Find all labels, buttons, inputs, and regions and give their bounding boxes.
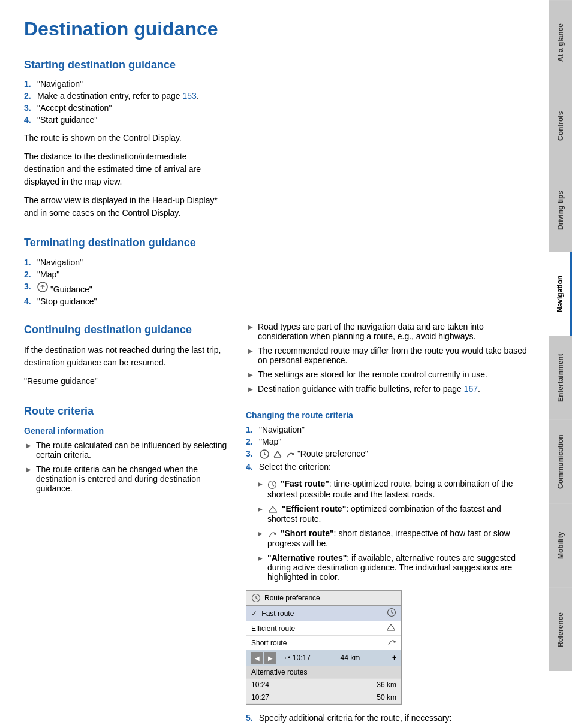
- starting-body1: The route is shown on the Control Displa…: [24, 132, 228, 144]
- starting-body3: The arrow view is displayed in the Head-…: [24, 194, 228, 219]
- sidebar-tab-controls[interactable]: Controls: [549, 84, 572, 168]
- bullet-arrow-icon: ▶: [26, 442, 31, 460]
- two-column-layout: Starting destination guidance 1. "Naviga…: [24, 58, 531, 728]
- criteria-list: ▶ "Fast route": time-optimized route, be…: [246, 479, 531, 582]
- step-num: 4.: [246, 462, 255, 472]
- step-num: 3.: [24, 103, 34, 113]
- changing-step-2: 2. "Map": [246, 437, 531, 446]
- page-link-153[interactable]: 153: [183, 91, 197, 101]
- right-route-criteria: ▶ Road types are part of the navigation …: [246, 322, 531, 394]
- step-num: 1.: [246, 425, 255, 434]
- step-num: 4.: [24, 115, 34, 125]
- route-pref-row-fast[interactable]: ✓ Fast route: [246, 606, 401, 621]
- route-pref-row-alt2[interactable]: 10:27 50 km: [246, 691, 401, 704]
- starting-step-3: 3. "Accept destination": [24, 103, 228, 113]
- bullet-arrow-icon: ▶: [258, 481, 263, 499]
- terminating-step-1: 1. "Navigation": [24, 258, 228, 267]
- route-pref-header: Route preference: [246, 591, 401, 606]
- sidebar-tab-driving-tips[interactable]: Driving tips: [549, 168, 572, 252]
- route-criteria-section: Route criteria General information ▶ The…: [24, 404, 228, 493]
- page-link-167[interactable]: 167: [464, 384, 478, 394]
- svg-line-2: [274, 451, 278, 457]
- nav-arrows: ◀ ▶: [251, 652, 276, 664]
- route-pref-header-label: Route preference: [264, 594, 320, 602]
- bullet-text: The route calculated can be influenced b…: [36, 440, 228, 460]
- terminating-step-4: 4. "Stop guidance": [24, 297, 228, 306]
- nav-arrow-right[interactable]: ▶: [264, 652, 276, 664]
- row-value: 36 km: [377, 681, 396, 689]
- svg-line-8: [273, 506, 277, 512]
- starting-body2: The distance to the destination/intermed…: [24, 150, 228, 188]
- step-num: 1.: [24, 258, 34, 267]
- criteria-alternative: ▶ "Alternative routes": if available, al…: [255, 553, 531, 582]
- route-pref-clock-icon: [259, 449, 270, 460]
- fast-route-icon: [267, 480, 277, 490]
- row-label: ✓ Fast route: [251, 609, 294, 618]
- bullet-arrow-icon: ▶: [26, 466, 31, 493]
- terminating-section: Terminating destination guidance 1. "Nav…: [24, 236, 228, 306]
- route-pref-row-efficient[interactable]: Efficient route: [246, 621, 401, 636]
- row-value: 44 km: [341, 654, 360, 662]
- starting-steps: 1. "Navigation" 2. Make a destination en…: [24, 79, 228, 125]
- general-info-bullets: ▶ The route calculated can be influenced…: [24, 440, 228, 493]
- sidebar: At a glance Controls Driving tips Naviga…: [549, 0, 572, 728]
- changing-step-3: 3.: [246, 449, 531, 460]
- efficient-route-icon: [267, 505, 278, 514]
- right-bullets: ▶ Road types are part of the navigation …: [246, 322, 531, 394]
- step-num: 2.: [24, 270, 34, 279]
- route-pref-row-short[interactable]: Short route: [246, 636, 401, 650]
- main-content: Destination guidance Starting destinatio…: [0, 0, 549, 728]
- bullet-arrow-icon: ▶: [248, 386, 253, 394]
- sidebar-tab-communication[interactable]: Communication: [549, 419, 572, 503]
- step-text: "Navigation": [37, 258, 83, 267]
- page-title: Destination guidance: [24, 18, 531, 40]
- bullet-arrow-icon: ▶: [248, 371, 253, 379]
- row-label: Short route: [251, 639, 287, 647]
- bullet-arrow-icon: ▶: [258, 555, 263, 582]
- checkmark-icon: ✓: [251, 609, 257, 618]
- step-num: 2.: [246, 437, 255, 446]
- sidebar-tab-navigation[interactable]: Navigation: [549, 252, 572, 336]
- bullet-arrow-icon: ▶: [248, 348, 253, 365]
- row-nav: ◀ ▶ →• 10:17: [251, 652, 311, 664]
- page-wrapper: Destination guidance Starting destinatio…: [0, 0, 572, 728]
- bullet-arrow-icon: ▶: [258, 506, 263, 524]
- starting-section: Starting destination guidance 1. "Naviga…: [24, 58, 228, 219]
- sidebar-tab-at-a-glance[interactable]: At a glance: [549, 0, 572, 84]
- svg-line-3: [278, 451, 281, 457]
- bullet-item: ▶ The route criteria can be changed when…: [24, 464, 228, 493]
- continuing-body1: If the destination was not reached durin…: [24, 344, 228, 369]
- svg-point-5: [292, 453, 294, 455]
- row-icon: [386, 623, 396, 633]
- bullet-text: The route criteria can be changed when t…: [36, 464, 228, 493]
- route-short-icon: [285, 449, 295, 459]
- nav-arrow-left[interactable]: ◀: [251, 652, 263, 664]
- efficient-row-icon: [386, 623, 396, 632]
- criteria-fast: ▶ "Fast route": time-optimized route, be…: [255, 479, 531, 499]
- route-efficient-icon: [272, 449, 284, 460]
- step-text: "Accept destination": [37, 103, 112, 113]
- plus-icon[interactable]: +: [392, 654, 396, 662]
- route-pref-row-nav: ◀ ▶ →• 10:17 44 km +: [246, 650, 401, 666]
- route-pref-row-alt1[interactable]: 10:24 36 km: [246, 679, 401, 691]
- bullet-item: ▶ Destination guidance with traffic bull…: [246, 384, 531, 394]
- step5: 5. Specify additional criteria for the r…: [246, 713, 531, 723]
- sidebar-tab-reference[interactable]: Reference: [549, 587, 572, 671]
- step-text: Make a destination entry, refer to page …: [37, 91, 199, 101]
- route-preference-box: Route preference ✓ Fast route: [246, 590, 402, 705]
- bullet-item: ▶ The recommended route may differ from …: [246, 346, 531, 365]
- sidebar-tab-mobility[interactable]: Mobility: [549, 503, 572, 587]
- step-text: "Navigation": [37, 79, 83, 89]
- changing-step-4: 4. Select the criterion:: [246, 462, 531, 472]
- row-label: 10:27: [251, 693, 269, 702]
- right-column: ▶ Road types are part of the navigation …: [246, 58, 531, 728]
- changing-step-1: 1. "Navigation": [246, 425, 531, 434]
- short-route-icon: [267, 529, 277, 539]
- sidebar-tab-entertainment[interactable]: Entertainment: [549, 336, 572, 419]
- general-info-heading: General information: [24, 426, 228, 436]
- row-label: Efficient route: [251, 624, 295, 633]
- criteria-text: "Efficient route": optimized combination…: [267, 504, 531, 524]
- step-text: "Start guidance": [37, 115, 97, 125]
- route-pref-row-alt-header: Alternative routes: [246, 666, 401, 679]
- bullet-text: The settings are stored for the remote c…: [258, 370, 487, 379]
